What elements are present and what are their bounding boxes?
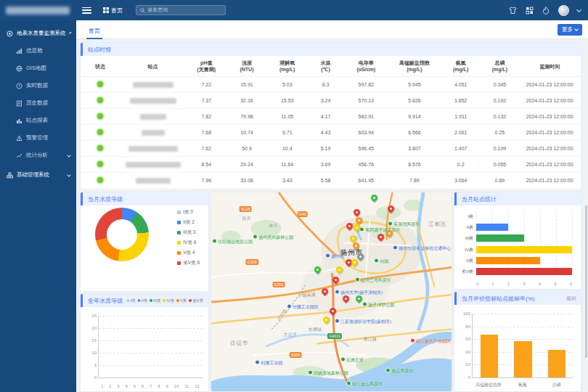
map-pin-red[interactable] bbox=[331, 275, 340, 285]
tab-home[interactable]: 首页 bbox=[86, 24, 102, 39]
table-row[interactable]: 8.5429.2411.643.69456.768.5760.20.055202… bbox=[81, 157, 581, 173]
page-scrollbar[interactable] bbox=[584, 40, 588, 392]
column-header: 水温(℃) bbox=[308, 60, 344, 73]
hamburger-menu-icon[interactable] bbox=[82, 7, 91, 14]
breadcrumb-home[interactable]: 首页 bbox=[103, 7, 123, 15]
layout-components-icon[interactable] bbox=[525, 6, 534, 15]
legend-label: II类 bbox=[142, 298, 148, 303]
map-pin-red[interactable] bbox=[320, 287, 330, 296]
table-row[interactable]: 7.9633.083.435.58641.957.893.0640.892024… bbox=[81, 173, 581, 189]
map-overlay: 扬州市江都区仪征市朴席镇西庄朱庄古运河沪陕高速沪宁线春江路扬州西郊森林公园仪征捺… bbox=[211, 192, 452, 391]
category-label: V类 bbox=[466, 257, 473, 264]
table-row[interactable]: 7.6250.910.45.19596.453.8071.4070.199202… bbox=[81, 141, 581, 157]
legend-marker bbox=[127, 299, 130, 302]
category-label: I类 bbox=[467, 213, 473, 220]
globe-icon bbox=[15, 65, 23, 72]
x-tick-label: 4 bbox=[125, 384, 127, 388]
map-pin-red[interactable] bbox=[328, 306, 338, 316]
legend-marker bbox=[163, 299, 166, 302]
station-name-redacted bbox=[130, 98, 176, 104]
map-pin-green[interactable] bbox=[313, 265, 322, 274]
map-pin-yellow[interactable] bbox=[335, 265, 344, 274]
legend-item: IV类 6 bbox=[177, 240, 200, 246]
x-tick-label: 1 bbox=[101, 384, 103, 388]
station-name-redacted bbox=[128, 146, 178, 152]
rules-link[interactable]: 规则 bbox=[566, 295, 576, 302]
value-cell: 0.132 bbox=[481, 114, 519, 119]
category-label: II类 bbox=[467, 224, 473, 231]
dashboard-content: 站点时报 状态站点pH值(无量纲)浊度(NTU)溶解氧(mg/L)水温(℃)电导… bbox=[76, 40, 584, 392]
sidebar-item-station-report[interactable]: 站点报表 bbox=[0, 112, 76, 129]
sidebar-item-alarm-manage[interactable]: 预警管理 bbox=[0, 129, 76, 147]
value-cell: 1.852 bbox=[441, 98, 481, 103]
x-tick-label: 11 bbox=[184, 384, 189, 388]
alert-icon bbox=[15, 134, 23, 142]
sidebar-group-water-monitor[interactable]: 地表水质量监测系统 bbox=[0, 25, 76, 42]
y-tick-label: 5 bbox=[94, 363, 97, 367]
bar-row: V类 bbox=[476, 257, 572, 264]
station-name-cell bbox=[120, 97, 187, 103]
value-cell: 0.199 bbox=[481, 146, 519, 151]
map-pin-red[interactable] bbox=[386, 204, 396, 213]
table-row[interactable]: 7.2215.915.036.3597.825.9454.0510.345202… bbox=[81, 77, 581, 93]
map-pin-green[interactable] bbox=[369, 193, 379, 203]
scrollbar-thumb[interactable] bbox=[585, 205, 587, 358]
map-pin-yellow[interactable] bbox=[350, 258, 359, 267]
gridline bbox=[508, 211, 509, 276]
sidebar-item-gis-map[interactable]: GIS地图 bbox=[0, 60, 76, 77]
gis-map[interactable]: 扬州市江都区仪征市朴席镇西庄朱庄古运河沪陕高速沪宁线春江路扬州西郊森林公园仪征捺… bbox=[211, 192, 452, 391]
sidebar-item-realtime-data[interactable]: 实时数据 bbox=[0, 77, 76, 94]
value-cell: 7.22 bbox=[186, 82, 226, 87]
more-button[interactable]: 更多 bbox=[558, 24, 582, 36]
x-tick-label: 2 bbox=[507, 282, 510, 286]
station-name-redacted bbox=[136, 178, 171, 184]
x-tick-label: 0 bbox=[476, 282, 478, 286]
sidebar-item-stats-analysis[interactable]: 统计分析 bbox=[0, 147, 76, 164]
tab-strip: 首页 更多 bbox=[76, 20, 588, 39]
legend-marker bbox=[150, 299, 152, 302]
sidebar-item-history-data[interactable]: 历史数据 bbox=[0, 94, 76, 112]
legend-label: IV类 6 bbox=[183, 240, 196, 246]
x-axis-labels: 高锰酸盐指数氨氮总磷 bbox=[472, 382, 573, 388]
map-pin-red[interactable] bbox=[352, 208, 362, 217]
status-dot-normal bbox=[97, 97, 103, 103]
value-cell: 6.3 bbox=[308, 82, 344, 87]
map-label: 朱庄 bbox=[269, 222, 277, 229]
user-avatar[interactable] bbox=[558, 5, 569, 16]
table-row[interactable]: 7.3732.1615.533.24570.135.8261.8520.1922… bbox=[81, 93, 581, 109]
sidebar-item-info-cabin[interactable]: 信息舱 bbox=[0, 42, 76, 60]
map-label: 焦山风景区 bbox=[385, 368, 413, 375]
flame-icon[interactable] bbox=[542, 6, 550, 15]
value-cell: 11.05 bbox=[267, 114, 308, 119]
value-cell: 3.43 bbox=[267, 178, 308, 183]
legend-marker bbox=[138, 299, 141, 302]
theme-skin-icon[interactable] bbox=[508, 6, 517, 15]
x-tick-label: 9 bbox=[166, 384, 168, 388]
legend-item: III类 3 bbox=[177, 229, 200, 236]
value-cell: 7.62 bbox=[186, 146, 226, 151]
table-row[interactable]: 7.6810.746.714.43603.946.5662.0610.25202… bbox=[81, 125, 581, 141]
sidebar-group-base-manage[interactable]: 基础管理系统 bbox=[0, 166, 76, 184]
user-menu-chevron-icon[interactable] bbox=[576, 7, 581, 12]
menu-search-input[interactable]: 菜单查询 bbox=[136, 5, 226, 15]
value-cell: 0.25 bbox=[481, 130, 519, 135]
value-cell: 32.16 bbox=[226, 98, 267, 103]
column-header: pH值(无量纲) bbox=[186, 60, 226, 73]
map-pin-red[interactable] bbox=[376, 232, 385, 242]
y-tick-label: 80 bbox=[465, 324, 470, 329]
value-cell: 50.9 bbox=[226, 146, 267, 151]
table-row[interactable]: 7.8279.9811.054.17582.919.9141.9110.1322… bbox=[81, 109, 581, 125]
chevron-up-icon bbox=[68, 32, 71, 35]
panel-title: 当月评价指标站点超标率(%) bbox=[462, 295, 534, 303]
bar-chart: 100806040200 bbox=[472, 314, 573, 378]
value-cell: 641.95 bbox=[343, 178, 388, 183]
horizontal-bar-chart: I类II类III类IV类V类劣V类 bbox=[476, 211, 572, 276]
panel-title: 当月水质等级 bbox=[88, 195, 123, 203]
y-tick-label: 40 bbox=[465, 350, 470, 354]
annual-legend: I类II类III类IV类V类劣V类 bbox=[127, 298, 203, 303]
legend-label: V类 bbox=[180, 298, 187, 303]
map-pin-yellow[interactable] bbox=[322, 315, 331, 324]
status-dot-normal bbox=[97, 81, 103, 87]
value-cell: 7.96 bbox=[186, 178, 226, 183]
map-pin-orange[interactable] bbox=[354, 216, 364, 225]
